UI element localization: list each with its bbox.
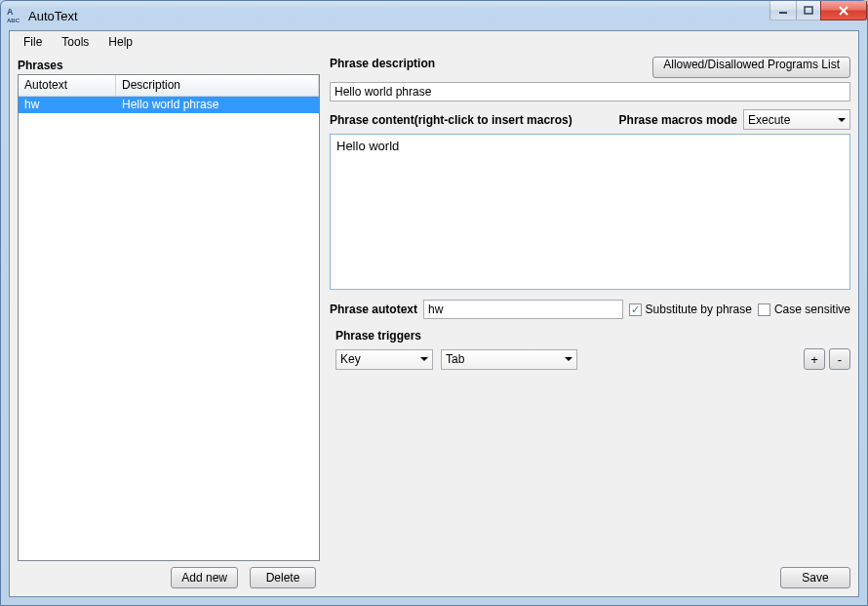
left-panel: Phrases Autotext Description hw Hello wo…	[18, 57, 320, 588]
macros-mode-dropdown[interactable]: Execute	[743, 109, 850, 130]
content-header-row: Phrase content(right-click to insert mac…	[330, 109, 850, 130]
save-button[interactable]: Save	[780, 567, 850, 588]
autotext-row: Phrase autotext Substitute by phrase Cas…	[330, 300, 850, 319]
cell-description: Hello world phrase	[116, 97, 319, 113]
substitute-label: Substitute by phrase	[646, 303, 752, 316]
phrases-table: Autotext Description hw Hello world phra…	[18, 74, 320, 561]
macros-mode-value: Execute	[748, 113, 790, 127]
macros-mode-label: Phrase macros mode	[619, 113, 737, 127]
substitute-checkbox[interactable]: Substitute by phrase	[629, 303, 752, 316]
triggers-label: Phrase triggers	[335, 329, 850, 343]
triggers-section: Phrase triggers Key Tab + -	[330, 329, 850, 370]
remove-trigger-button[interactable]: -	[829, 348, 850, 370]
phrase-content-textarea[interactable]	[330, 134, 850, 290]
phrase-content-label: Phrase content(right-click to insert mac…	[330, 113, 572, 127]
table-row[interactable]: hw Hello world phrase	[19, 97, 319, 113]
phrase-description-input[interactable]	[330, 82, 850, 101]
maximize-icon	[804, 6, 813, 16]
svg-rect-0	[779, 12, 787, 14]
close-button[interactable]	[820, 1, 867, 20]
close-icon	[838, 6, 849, 16]
triggers-row: Key Tab + -	[335, 348, 850, 370]
checkbox-icon	[629, 303, 642, 316]
phrase-autotext-label: Phrase autotext	[330, 303, 417, 316]
minimize-icon	[778, 6, 788, 16]
window-controls	[770, 1, 867, 20]
phrase-description-label: Phrase description	[330, 57, 435, 70]
phrase-autotext-input[interactable]	[423, 300, 623, 319]
col-autotext[interactable]: Autotext	[19, 75, 116, 96]
maximize-button[interactable]	[796, 1, 821, 20]
right-top: Phrase description Allowed/Disallowed Pr…	[330, 57, 850, 78]
app-icon	[7, 8, 22, 23]
add-new-button[interactable]: Add new	[171, 567, 238, 588]
titlebar[interactable]: AutoText	[1, 1, 867, 30]
menu-help[interactable]: Help	[99, 32, 142, 52]
trigger-buttons: + -	[804, 348, 850, 370]
macros-mode-group: Phrase macros mode Execute	[619, 109, 850, 130]
svg-rect-1	[805, 7, 812, 14]
save-row: Save	[330, 567, 850, 588]
trigger-key-value: Tab	[446, 352, 464, 366]
client-area: File Tools Help Phrases Autotext Descrip…	[9, 30, 859, 597]
right-panel: Phrase description Allowed/Disallowed Pr…	[330, 57, 850, 588]
phrases-label: Phrases	[18, 57, 320, 74]
allowed-programs-button[interactable]: Allowed/Disallowed Programs List	[652, 57, 850, 78]
delete-button[interactable]: Delete	[250, 567, 316, 588]
content: Phrases Autotext Description hw Hello wo…	[10, 53, 858, 596]
menu-tools[interactable]: Tools	[52, 32, 99, 52]
case-sensitive-checkbox[interactable]: Case sensitive	[758, 303, 850, 316]
trigger-key-dropdown[interactable]: Tab	[441, 349, 577, 370]
trigger-type-dropdown[interactable]: Key	[335, 349, 433, 370]
trigger-type-value: Key	[340, 352, 361, 366]
add-trigger-button[interactable]: +	[804, 348, 825, 370]
checkbox-icon	[758, 303, 770, 316]
left-buttons: Add new Delete	[18, 561, 320, 588]
window-frame: AutoText File Tools Help Phrases	[0, 0, 868, 606]
minimize-button[interactable]	[769, 1, 797, 20]
table-body: hw Hello world phrase	[19, 97, 319, 560]
cell-autotext: hw	[19, 97, 116, 113]
window-title: AutoText	[28, 9, 78, 23]
table-header: Autotext Description	[19, 75, 319, 97]
menu-file[interactable]: File	[14, 32, 52, 52]
menubar: File Tools Help	[10, 31, 858, 53]
case-sensitive-label: Case sensitive	[774, 303, 850, 316]
col-description[interactable]: Description	[116, 75, 319, 96]
